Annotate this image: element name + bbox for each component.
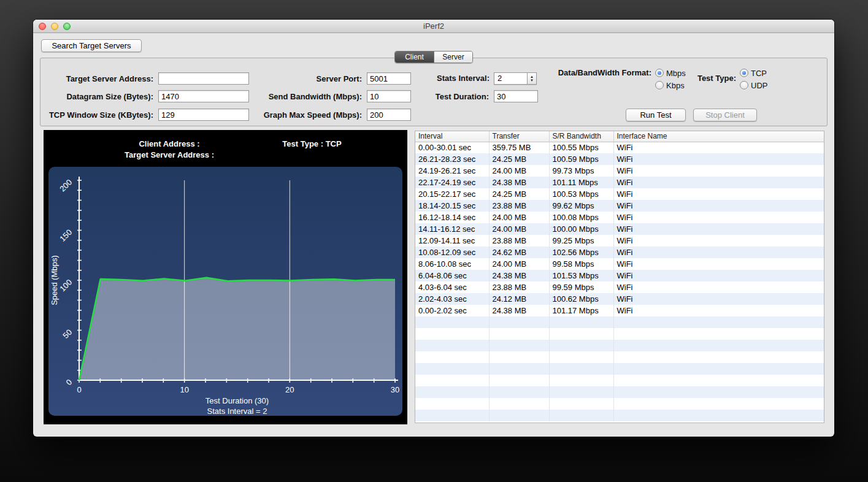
tcp-window-size-input[interactable] xyxy=(158,109,249,121)
table-row[interactable]: 22.17-24.19 sec24.38 MB101.11 MbpsWiFi xyxy=(415,177,824,188)
table-cell xyxy=(489,398,549,410)
tab-server[interactable]: Server xyxy=(434,52,472,63)
table-cell: WiFi xyxy=(613,188,824,200)
svg-text:100: 100 xyxy=(58,278,74,294)
table-cell xyxy=(613,340,824,351)
table-cell: 99.62 Mbps xyxy=(549,200,613,212)
table-cell: 100.53 Mbps xyxy=(549,188,613,200)
table-cell: 24.38 MB xyxy=(489,305,549,316)
table-cell xyxy=(489,316,549,328)
stats-interval-value: 2 xyxy=(494,73,527,84)
table-cell: WiFi xyxy=(613,212,824,223)
table-cell: 101.53 Mbps xyxy=(549,270,613,281)
table-row[interactable]: 8.06-10.08 sec24.00 MB99.58 MbpsWiFi xyxy=(415,258,824,270)
table-cell: WiFi xyxy=(613,247,824,258)
col-header-transfer[interactable]: Transfer xyxy=(489,131,549,142)
table-cell: 24.25 MB xyxy=(489,188,549,200)
svg-text:Speed (Mbps): Speed (Mbps) xyxy=(50,255,59,305)
table-row-empty[interactable] xyxy=(415,410,824,421)
table-row[interactable]: 0.00-2.02 sec24.38 MB101.17 MbpsWiFi xyxy=(415,305,824,316)
table-cell: WiFi xyxy=(613,235,824,247)
table-cell xyxy=(415,386,489,398)
col-header-interface[interactable]: Interface Name xyxy=(613,131,824,142)
datagram-size-input[interactable] xyxy=(158,90,249,102)
table-row[interactable]: 24.19-26.21 sec24.00 MB99.73 MbpsWiFi xyxy=(415,165,824,177)
close-icon[interactable] xyxy=(39,23,46,30)
server-port-group: Server Port: xyxy=(243,72,411,85)
stats-interval-dropdown[interactable]: 2 ▲ ▼ xyxy=(494,72,537,85)
table-cell xyxy=(489,328,549,340)
table-row[interactable]: 6.04-8.06 sec24.38 MB101.53 MbpsWiFi xyxy=(415,270,824,281)
table-row[interactable]: 26.21-28.23 sec24.25 MB100.59 MbpsWiFi xyxy=(415,153,824,165)
table-cell: 24.62 MB xyxy=(489,247,549,258)
table-cell xyxy=(489,386,549,398)
table-row-empty[interactable] xyxy=(415,398,824,410)
table-row[interactable]: 2.02-4.03 sec24.12 MB100.62 MbpsWiFi xyxy=(415,293,824,305)
table-cell: 100.55 Mbps xyxy=(549,142,613,153)
table-cell xyxy=(489,375,549,386)
table-cell: 99.59 Mbps xyxy=(549,281,613,293)
test-duration-label: Test Duration: xyxy=(399,92,489,101)
table-row[interactable]: 4.03-6.04 sec23.88 MB99.59 MbpsWiFi xyxy=(415,281,824,293)
table-row-empty[interactable] xyxy=(415,375,824,386)
table-cell: 18.14-20.15 sec xyxy=(415,200,489,212)
col-header-interval[interactable]: Interval xyxy=(415,131,489,142)
run-test-button[interactable]: Run Test xyxy=(626,109,686,121)
radio-tcp[interactable]: TCP xyxy=(740,67,767,79)
tab-client[interactable]: Client xyxy=(395,52,434,63)
traffic-lights xyxy=(39,23,71,30)
table-cell xyxy=(549,410,613,421)
table-row[interactable]: 14.11-16.12 sec24.00 MB100.00 MbpsWiFi xyxy=(415,223,824,235)
table-cell xyxy=(549,351,613,363)
table-row[interactable]: 0.00-30.01 sec359.75 MB100.55 MbpsWiFi xyxy=(415,142,824,153)
table-cell: 16.12-18.14 sec xyxy=(415,212,489,223)
minimize-icon[interactable] xyxy=(51,23,58,30)
table-cell xyxy=(613,410,824,421)
table-cell xyxy=(549,398,613,410)
col-header-bandwidth[interactable]: S/R Bandwidth xyxy=(549,131,613,142)
table-cell: 100.59 Mbps xyxy=(549,153,613,165)
graph-max-speed-input[interactable] xyxy=(367,109,411,121)
titlebar[interactable]: iPerf2 xyxy=(33,20,834,33)
search-target-servers-button[interactable]: Search Target Servers xyxy=(41,39,142,52)
table-cell xyxy=(613,316,824,328)
table-row-empty[interactable] xyxy=(415,328,824,340)
table-cell: WiFi xyxy=(613,293,824,305)
table-cell: 22.17-24.19 sec xyxy=(415,177,489,188)
target-server-address-input[interactable] xyxy=(158,72,249,85)
table-row[interactable]: 12.09-14.11 sec23.88 MB99.25 MbpsWiFi xyxy=(415,235,824,247)
table-cell: 0.00-2.02 sec xyxy=(415,305,489,316)
tcp-window-size-label: TCP Window Size (KBytes): xyxy=(45,110,153,120)
radio-mbps-icon xyxy=(655,69,664,77)
table-cell: 99.58 Mbps xyxy=(549,258,613,270)
table-cell xyxy=(415,363,489,375)
server-port-label: Server Port: xyxy=(243,74,362,83)
format-label: Data/BandWidth Format: xyxy=(547,67,651,79)
table-row-empty[interactable] xyxy=(415,351,824,363)
speed-chart: 0102030050100150200Speed (Mbps)Test Dura… xyxy=(48,167,402,416)
table-row-empty[interactable] xyxy=(415,363,824,375)
table-row[interactable]: 18.14-20.15 sec23.88 MB99.62 MbpsWiFi xyxy=(415,200,824,212)
stepper-arrows[interactable]: ▲ ▼ xyxy=(527,73,536,84)
table-cell: 101.11 Mbps xyxy=(549,177,613,188)
svg-text:200: 200 xyxy=(58,178,74,194)
table-cell xyxy=(613,386,824,398)
table-cell xyxy=(415,328,489,340)
zoom-icon[interactable] xyxy=(63,23,71,30)
table-cell: 24.38 MB xyxy=(489,177,549,188)
table-cell: WiFi xyxy=(613,200,824,212)
table-row[interactable]: 16.12-18.14 sec24.00 MB100.08 MbpsWiFi xyxy=(415,212,824,223)
table-row-empty[interactable] xyxy=(415,340,824,351)
table-row[interactable]: 10.08-12.09 sec24.62 MB102.56 MbpsWiFi xyxy=(415,247,824,258)
table-cell xyxy=(415,410,489,421)
table-row-empty[interactable] xyxy=(415,316,824,328)
table-row[interactable]: 20.15-22.17 sec24.25 MB100.53 MbpsWiFi xyxy=(415,188,824,200)
svg-text:Test Duration (30): Test Duration (30) xyxy=(205,396,269,405)
results-table: Interval Transfer S/R Bandwidth Interfac… xyxy=(415,131,824,421)
table-cell: 24.25 MB xyxy=(489,153,549,165)
table-cell xyxy=(549,340,613,351)
table-cell: 4.03-6.04 sec xyxy=(415,281,489,293)
table-row-empty[interactable] xyxy=(415,386,824,398)
radio-udp[interactable]: UDP xyxy=(740,79,767,91)
test-duration-input[interactable] xyxy=(494,90,538,102)
